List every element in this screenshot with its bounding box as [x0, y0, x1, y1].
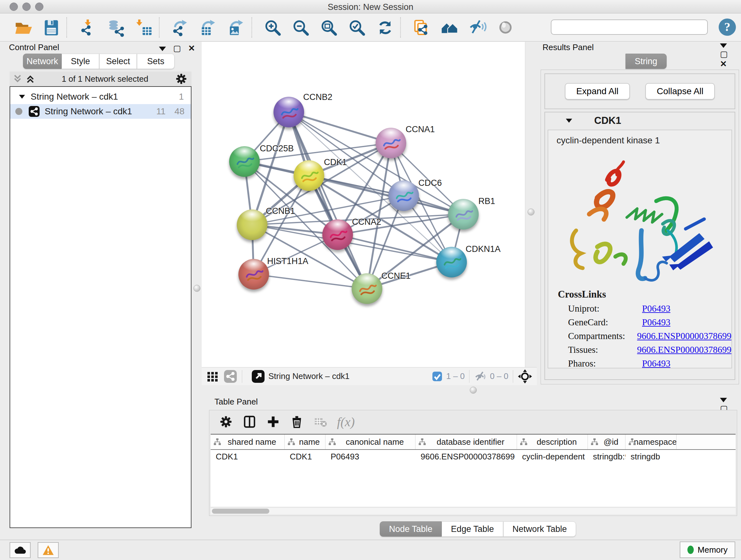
close-panel-icon[interactable]: ✕	[720, 59, 727, 69]
column-label: shared name	[228, 437, 276, 447]
table-horizontal-scrollbar[interactable]	[211, 507, 736, 514]
delete-column-trash-icon[interactable]	[290, 415, 304, 429]
expand-all-icon[interactable]	[25, 73, 35, 84]
node-ccne1[interactable]	[352, 273, 382, 304]
float-panel-icon[interactable]: ▢	[173, 44, 181, 53]
refresh-button[interactable]	[375, 18, 395, 38]
table-cell[interactable]: P06493	[326, 450, 415, 464]
node-ccnb2[interactable]	[273, 97, 304, 127]
table-cell[interactable]: cyclin-dependent ...	[517, 450, 588, 464]
column-header-canonicalname[interactable]: canonical name	[326, 435, 415, 449]
node-rb1[interactable]	[448, 199, 479, 230]
column-header-description[interactable]: description	[517, 435, 588, 449]
node-cdkn1a[interactable]	[436, 247, 467, 277]
birdseye-grid-icon[interactable]	[206, 370, 219, 383]
export-view-icon[interactable]	[251, 369, 265, 383]
panel-menu-icon[interactable]	[720, 398, 727, 402]
control-panel-splitter-grip[interactable]	[193, 285, 200, 292]
home-layout-button[interactable]	[440, 18, 460, 38]
string-view-share-icon[interactable]	[223, 369, 238, 383]
search-input[interactable]	[551, 19, 708, 35]
import-database-button[interactable]	[106, 18, 126, 38]
node-cdc25b[interactable]	[229, 146, 260, 177]
splitter-grip[interactable]	[470, 387, 477, 394]
column-header-sharedname[interactable]: shared name	[211, 435, 285, 449]
show-columns-icon[interactable]	[243, 415, 257, 429]
crosslink-link[interactable]: P06493	[642, 303, 670, 314]
table-panel-splitter[interactable]	[199, 385, 741, 396]
save-session-button[interactable]	[42, 18, 61, 38]
float-panel-icon[interactable]: ▢	[720, 49, 728, 59]
splitter-grip[interactable]	[528, 208, 535, 215]
network-row[interactable]: String Network – cdk1 11 48	[10, 104, 191, 119]
collapse-all-icon[interactable]	[13, 73, 22, 84]
clone-network-button[interactable]	[412, 18, 431, 38]
scrollbar-thumb[interactable]	[212, 509, 269, 514]
tab-style[interactable]: Style	[62, 54, 99, 69]
node-ccnb1[interactable]	[237, 209, 267, 240]
network-canvas[interactable]: CCNB2 CCNA1 CDC25B CDK1 CDC6 RB1CCNB1 CC…	[202, 42, 525, 367]
network-options-gear-icon[interactable]	[175, 72, 188, 85]
crosslink-link[interactable]: 9606.ENSP00000378699	[637, 331, 731, 341]
export-image-button[interactable]	[226, 18, 246, 38]
zoom-selected-button[interactable]	[347, 18, 367, 38]
show-all-button[interactable]	[496, 18, 516, 38]
panel-menu-icon[interactable]	[159, 47, 166, 51]
node-cdk1[interactable]	[293, 160, 324, 191]
collapse-all-button[interactable]: Collapse All	[645, 83, 715, 100]
table-options-gear-icon[interactable]	[219, 415, 233, 429]
open-session-button[interactable]	[13, 18, 33, 38]
column-header-namespace[interactable]: namespace	[625, 435, 677, 449]
crosshair-navigate-icon[interactable]	[518, 369, 532, 384]
network-collection-row[interactable]: String Network – cdk1 1	[10, 89, 191, 104]
tab-edge-table[interactable]: Edge Table	[442, 521, 503, 537]
collection-caret-icon[interactable]	[19, 95, 25, 99]
table-cell[interactable]: 9606.ENSP00000378699	[415, 450, 517, 464]
zoom-out-button[interactable]	[291, 18, 311, 38]
results-panel-splitter[interactable]	[525, 42, 537, 367]
column-header-databaseidentifier[interactable]: database identifier	[415, 435, 517, 449]
hidden-eye-slash-icon	[474, 370, 487, 383]
tab-network[interactable]: Network	[23, 54, 62, 69]
table-row[interactable]: CDK1CDK1P064939606.ENSP00000378699cyclin…	[211, 450, 736, 464]
close-panel-icon[interactable]: ✕	[188, 44, 195, 53]
crosslink-link[interactable]: P06493	[642, 358, 670, 368]
node-hist1h1a[interactable]	[239, 259, 269, 290]
panel-menu-icon[interactable]	[720, 44, 727, 48]
hide-selection-button[interactable]	[468, 18, 488, 38]
tab-node-table[interactable]: Node Table	[380, 521, 442, 537]
tab-select[interactable]: Select	[99, 54, 137, 69]
export-network-button[interactable]	[171, 18, 190, 38]
import-table-button[interactable]	[134, 18, 154, 38]
table-cell[interactable]: stringdb	[625, 450, 677, 464]
crosslink-link[interactable]: 9606.ENSP00000378699	[637, 345, 731, 355]
tab-network-table[interactable]: Network Table	[503, 521, 576, 537]
gene-section-header[interactable]: CDK1	[545, 112, 735, 129]
help-button[interactable]: ?	[719, 18, 736, 36]
expand-all-button[interactable]: Expand All	[565, 83, 630, 100]
section-caret-icon[interactable]	[566, 119, 572, 123]
column-header-name[interactable]: name	[285, 435, 326, 449]
selected-checkbox-icon[interactable]	[431, 371, 443, 382]
network-node-count: 11	[156, 106, 165, 117]
column-header-id[interactable]: @id	[588, 435, 625, 449]
import-network-button[interactable]	[78, 18, 98, 38]
table-cell[interactable]: stringdb:9...	[588, 450, 625, 464]
cloud-status-button[interactable]	[10, 542, 30, 558]
node-table[interactable]: shared namenamecanonical namedatabase id…	[211, 434, 736, 507]
results-button-bar: Expand All Collapse All	[544, 73, 735, 109]
zoom-fit-button[interactable]	[319, 18, 339, 38]
crosslink-link[interactable]: P06493	[642, 317, 670, 327]
table-cell[interactable]: CDK1	[211, 450, 285, 464]
memory-button[interactable]: Memory	[680, 542, 735, 558]
warnings-button[interactable]	[38, 542, 59, 558]
create-column-plus-icon[interactable]	[266, 415, 280, 429]
tab-string[interactable]: String	[625, 54, 667, 69]
node-cdc6[interactable]	[388, 180, 419, 211]
tab-sets[interactable]: Sets	[137, 54, 175, 69]
node-ccna2[interactable]	[322, 219, 353, 250]
table-cell[interactable]: CDK1	[285, 450, 326, 464]
export-table-button[interactable]	[199, 18, 218, 38]
node-ccna1[interactable]	[376, 128, 406, 159]
zoom-in-button[interactable]	[263, 18, 283, 38]
